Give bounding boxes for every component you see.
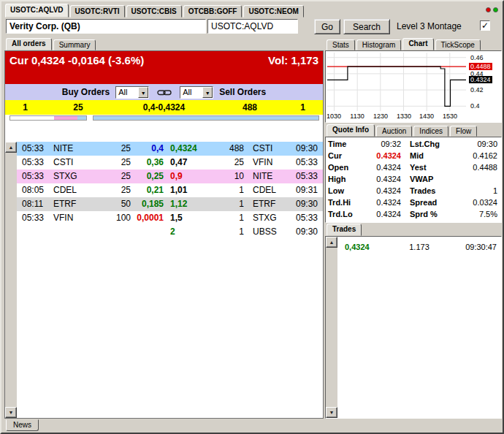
inside-bid-size: 25 bbox=[45, 102, 111, 113]
level3-montage-label: Level 3 Montage bbox=[397, 21, 462, 31]
tab-usotc-neom[interactable]: USOTC:NEOM bbox=[243, 5, 303, 18]
order-size: 10 bbox=[215, 170, 244, 183]
chain-link-icon bbox=[157, 88, 172, 96]
banner-volume: Vol: 1,173 bbox=[268, 54, 318, 66]
tab-quote-info[interactable]: Quote Info bbox=[327, 124, 375, 137]
quote-info-table: Time 09:32 Lst.Chg 09:30 Cur 0.4324 Mid … bbox=[325, 137, 502, 223]
tab-indices[interactable]: Indices bbox=[413, 126, 448, 137]
order-time: 05:33 bbox=[17, 156, 53, 170]
inside-quote-row: 1 25 0,4-0,4324 488 1 bbox=[5, 100, 323, 115]
quote-value-1: 0.4324 bbox=[359, 208, 401, 220]
tab-usotc-cbis[interactable]: USOTC:CBIS bbox=[126, 5, 182, 18]
tab-all-orders[interactable]: All orders bbox=[6, 38, 52, 50]
chart-x-axis: 103011301230133014301530 bbox=[327, 113, 466, 122]
quote-value-2: 0.0324 bbox=[443, 197, 499, 208]
tab-usotc-rvti[interactable]: USOTC:RVTI bbox=[70, 5, 125, 18]
order-time: 08:11 bbox=[17, 197, 53, 211]
order-size: 1 bbox=[215, 211, 244, 225]
order-price: 0,0001 bbox=[131, 211, 167, 225]
chevron-down-icon[interactable]: ▼ bbox=[202, 87, 213, 98]
scroll-up-arrow[interactable]: ▲ bbox=[326, 237, 337, 248]
quote-value-1: 09:32 bbox=[359, 138, 401, 150]
quote-label-2: Lst.Chg bbox=[401, 138, 443, 150]
sell-order-row[interactable]: 0,4324 488 CSTI 09:30 bbox=[167, 142, 323, 156]
quote-label-1: Trd.Hi bbox=[328, 197, 359, 208]
price-chart-svg bbox=[327, 53, 466, 111]
buy-order-row[interactable]: 05:33 NITE 25 0,4 bbox=[17, 142, 167, 156]
sell-order-row[interactable]: 1,5 1 STXG 05:33 bbox=[167, 211, 323, 225]
red-status-dot[interactable] bbox=[486, 7, 491, 12]
sell-order-row[interactable]: 0,47 25 VFIN 05:33 bbox=[167, 156, 323, 170]
buy-order-row[interactable]: 05:33 VFIN 100 0,0001 bbox=[17, 211, 167, 225]
link-filters-button[interactable] bbox=[155, 86, 174, 99]
sell-order-row[interactable]: 1,12 1 ETRF 09:30 bbox=[167, 197, 323, 211]
order-price: 0,36 bbox=[131, 156, 167, 170]
order-market-maker: CDEL bbox=[244, 183, 285, 197]
tab-usotc-aqlvd[interactable]: USOTC:AQLVD bbox=[5, 4, 69, 18]
order-market-maker: CDEL bbox=[53, 183, 90, 197]
search-button[interactable]: Search bbox=[343, 19, 390, 34]
order-size: 25 bbox=[90, 156, 131, 170]
tab-histogram[interactable]: Histogram bbox=[356, 39, 402, 50]
quote-tab-bar: Quote Info Auction Indices Flow bbox=[325, 125, 502, 137]
sell-order-row[interactable]: 2 1 UBSS 09:30 bbox=[167, 225, 323, 239]
status-indicators bbox=[486, 7, 498, 12]
tab-chart[interactable]: Chart bbox=[402, 38, 433, 50]
orderbook-scrollbar[interactable]: ▲ ▼ bbox=[5, 142, 17, 418]
sell-filter-select[interactable]: All ▼ bbox=[180, 86, 213, 99]
tab-news[interactable]: News bbox=[6, 419, 39, 431]
tab-stats[interactable]: Stats bbox=[327, 39, 355, 50]
chart-y-axis: 0.460.44880.440.43240.420.4 bbox=[467, 53, 500, 111]
tab-tickscope[interactable]: TickScope bbox=[435, 39, 481, 50]
trade-row[interactable]: 0,4324 1.173 09:30:47 bbox=[337, 241, 501, 253]
tab-trades[interactable]: Trades bbox=[327, 224, 362, 236]
green-status-dot[interactable] bbox=[493, 7, 498, 12]
tab-flow[interactable]: Flow bbox=[450, 126, 477, 137]
montage-checkbox[interactable]: ✓ bbox=[480, 20, 490, 31]
x-axis-label: 1330 bbox=[394, 113, 413, 120]
x-axis-label: 1530 bbox=[440, 113, 459, 120]
quote-value-2: 09:30 bbox=[443, 138, 499, 150]
buy-filter-select[interactable]: All ▼ bbox=[115, 86, 149, 99]
symbol-tab-bar: USOTC:AQLVD USOTC:RVTI USOTC:CBIS OTCBB:… bbox=[5, 3, 305, 18]
montage-panel: All orders Summary Cur 0,4324 -0,0164 (-… bbox=[4, 38, 324, 419]
quote-label-2: Sprd % bbox=[401, 208, 443, 220]
order-market-maker: STXG bbox=[244, 211, 285, 225]
sell-order-row[interactable]: 0,9 10 NITE 05:33 bbox=[167, 170, 323, 183]
order-time: 09:30 bbox=[285, 197, 323, 211]
tab-summary[interactable]: Summary bbox=[53, 39, 96, 50]
buy-order-row[interactable]: 08:05 CDEL 25 0,21 bbox=[17, 183, 167, 197]
x-axis-label: 1030 bbox=[324, 113, 343, 120]
chevron-down-icon[interactable]: ▼ bbox=[138, 87, 148, 98]
quote-value-1: 0.4324 bbox=[359, 173, 401, 185]
sell-filter-value: All bbox=[180, 87, 202, 98]
scroll-down-arrow[interactable]: ▼ bbox=[326, 407, 337, 418]
buy-orders-label: Buy Orders bbox=[62, 87, 110, 97]
buy-order-row[interactable]: 05:33 STXG 25 0,25 bbox=[17, 170, 167, 183]
sell-order-row[interactable]: 1,01 1 CDEL 09:31 bbox=[167, 183, 323, 197]
trade-time: 09:30:47 bbox=[454, 241, 501, 253]
quote-label-1: Time bbox=[328, 138, 359, 150]
tab-otcbb-goff[interactable]: OTCBB:GOFF bbox=[183, 5, 243, 18]
depth-row bbox=[5, 115, 323, 122]
buy-order-row[interactable]: 08:11 ETRF 50 0,185 bbox=[17, 197, 167, 211]
order-time: 05:33 bbox=[285, 170, 323, 183]
quote-label-2: VWAP bbox=[401, 173, 443, 185]
inside-price-range: 0,4-0,4324 bbox=[111, 102, 217, 113]
quote-info-row: High 0.4324 VWAP bbox=[326, 173, 501, 185]
order-size: 100 bbox=[90, 211, 131, 225]
order-market-maker: VFIN bbox=[53, 211, 90, 225]
go-button[interactable]: Go bbox=[314, 19, 340, 34]
scroll-up-arrow[interactable]: ▲ bbox=[5, 142, 17, 153]
tab-auction[interactable]: Auction bbox=[376, 126, 412, 137]
x-axis-label: 1130 bbox=[348, 113, 367, 120]
buy-order-row[interactable]: 05:33 CSTI 25 0,36 bbox=[17, 156, 167, 170]
order-market-maker: STXG bbox=[53, 170, 90, 183]
quote-info-row: Low 0.4324 Trades 1 bbox=[326, 185, 501, 197]
order-market-maker: ETRF bbox=[244, 197, 285, 211]
trade-price: 0,4324 bbox=[337, 241, 384, 253]
trades-scrollbar[interactable]: ▲ ▼ bbox=[326, 237, 337, 418]
symbol-input[interactable] bbox=[207, 19, 298, 34]
scroll-down-arrow[interactable]: ▼ bbox=[5, 407, 17, 418]
order-market-maker: NITE bbox=[244, 170, 285, 183]
